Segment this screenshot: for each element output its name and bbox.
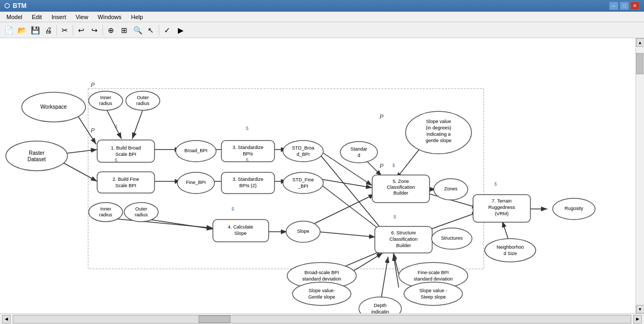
minimize-button[interactable]: ─ [609, 2, 619, 10]
menubar: Model Edit Insert View Windows Help [0, 12, 644, 22]
build-fine-node[interactable] [97, 172, 154, 193]
svg-text:standard deviation: standard deviation [414, 276, 453, 282]
neighborhood-size-node[interactable] [485, 239, 536, 262]
svg-text:Broad-scale BPI: Broad-scale BPI [304, 270, 339, 275]
svg-text:Inner: Inner [100, 95, 111, 100]
menu-help[interactable]: Help [127, 13, 148, 21]
separator-2 [73, 25, 73, 36]
menu-model[interactable]: Model [2, 13, 27, 21]
svg-text:3. Standardize: 3. Standardize [233, 177, 263, 182]
svg-text:Outer: Outer [137, 95, 149, 100]
maximize-button[interactable]: □ [620, 2, 629, 10]
statusbar: ◀ ▶ [0, 313, 644, 324]
workspace-label: Workspace [40, 104, 67, 110]
scroll-up-button[interactable]: ▲ [636, 38, 645, 47]
menu-view[interactable]: View [71, 13, 92, 21]
svg-text:(in degrees): (in degrees) [426, 125, 451, 130]
svg-text:Structures: Structures [441, 235, 463, 241]
p-label-4: P [380, 163, 384, 169]
diagram-svg: P P P P [0, 38, 636, 313]
std-fine-bpi-node[interactable] [283, 172, 323, 194]
svg-text:Classification: Classification [389, 237, 417, 242]
svg-text:Slope: Slope [234, 231, 246, 236]
svg-text:Slope value-: Slope value- [308, 288, 335, 293]
raster-dataset-label2: Dataset [28, 156, 46, 162]
svg-text:5. Zone: 5. Zone [393, 179, 409, 184]
slope-value-gentle-node[interactable] [293, 282, 351, 305]
svg-text:radius: radius [135, 212, 148, 217]
svg-text:Scale BPI: Scale BPI [115, 183, 136, 188]
grid-button[interactable]: ⊞ [118, 24, 131, 37]
titlebar: ⬡ BTM ─ □ ✕ [0, 0, 644, 12]
svg-text:Slope value -: Slope value - [419, 288, 448, 293]
svg-text:Standar: Standar [350, 146, 367, 152]
svg-text:radius: radius [99, 101, 113, 106]
svg-text:Zones: Zones [444, 186, 458, 191]
open-button[interactable]: 📂 [15, 24, 28, 37]
diagram-canvas[interactable]: P P P P [0, 38, 636, 313]
svg-line-5 [107, 110, 122, 139]
p-label-1: P [91, 82, 95, 88]
titlebar-controls[interactable]: ─ □ ✕ [609, 2, 640, 10]
main-area: P P P P [0, 38, 644, 313]
scroll-down-button[interactable]: ▼ [636, 305, 645, 313]
vertical-scrollbar[interactable]: ▲ ▼ [636, 38, 644, 313]
svg-text:$: $ [246, 157, 248, 163]
horizontal-scroll-thumb[interactable] [199, 316, 230, 323]
svg-text:Builder: Builder [396, 243, 411, 248]
svg-text:Scale BPI: Scale BPI [115, 152, 136, 157]
titlebar-title: ⬡ BTM [4, 2, 27, 10]
svg-text:Rugosity: Rugosity [564, 206, 583, 211]
svg-text:$: $ [246, 126, 248, 131]
app-icon: ⬡ [4, 2, 10, 10]
scroll-thumb[interactable] [636, 53, 643, 74]
svg-line-6 [132, 110, 143, 139]
redo-button[interactable]: ↪ [88, 24, 101, 37]
select-button[interactable]: ↖ [144, 24, 157, 37]
svg-text:Outer: Outer [135, 206, 148, 212]
separator-3 [102, 25, 103, 36]
standard-node[interactable] [340, 142, 377, 163]
svg-text:STD_Broa: STD_Broa [292, 145, 314, 151]
svg-text:$: $ [392, 163, 395, 168]
p-label-2: P [91, 127, 95, 134]
add-node-button[interactable]: ⊕ [105, 24, 117, 37]
svg-text:$: $ [115, 157, 117, 163]
svg-text:indicating a: indicating a [426, 132, 451, 137]
cut-button[interactable]: ✂ [58, 24, 71, 37]
svg-text:$: $ [115, 124, 117, 129]
svg-text:STD_Fine: STD_Fine [293, 177, 314, 182]
svg-text:$: $ [494, 181, 497, 187]
separator-1 [56, 25, 57, 36]
check-button[interactable]: ✓ [161, 24, 174, 37]
svg-text:Classification: Classification [387, 185, 415, 190]
run-button[interactable]: ▶ [174, 24, 187, 37]
menu-edit[interactable]: Edit [28, 13, 46, 21]
svg-line-21 [143, 218, 213, 229]
std-broad-bpi-node[interactable] [283, 141, 323, 162]
svg-text:d Size: d Size [503, 251, 517, 256]
svg-text:d: d [357, 153, 360, 158]
scroll-right-button[interactable]: ▶ [633, 315, 642, 323]
build-broad-node[interactable] [97, 140, 154, 162]
svg-text:7. Terrain: 7. Terrain [492, 198, 511, 204]
svg-text:Builder: Builder [393, 190, 408, 196]
menu-windows[interactable]: Windows [93, 13, 126, 21]
svg-text:Slope: Slope [297, 229, 309, 234]
undo-button[interactable]: ↩ [75, 24, 88, 37]
svg-text:Gentle slope: Gentle slope [308, 294, 336, 300]
svg-text:Neighborhoo: Neighborhoo [496, 244, 524, 250]
scroll-left-button[interactable]: ◀ [2, 315, 11, 323]
slope-value-steep-node[interactable] [404, 282, 462, 305]
save-button[interactable]: 💾 [29, 24, 41, 37]
close-button[interactable]: ✕ [630, 2, 640, 10]
new-button[interactable]: 📄 [2, 24, 15, 37]
zoom-button[interactable]: 🔍 [131, 24, 144, 37]
svg-text:d_BPI: d_BPI [297, 152, 310, 157]
svg-text:Slope value: Slope value [426, 119, 451, 124]
separator-4 [159, 25, 159, 36]
print-button[interactable]: 🖨 [42, 24, 55, 37]
svg-text:Ruggedness: Ruggedness [488, 205, 516, 210]
horizontal-scrollbar[interactable] [13, 315, 631, 323]
menu-insert[interactable]: Insert [47, 13, 71, 21]
